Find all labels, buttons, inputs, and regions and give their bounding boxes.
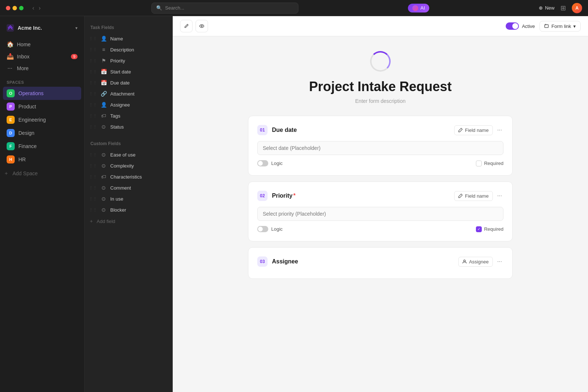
drag-icon: ⋮⋮ bbox=[89, 208, 97, 212]
space-item-operations[interactable]: O Operations bbox=[3, 87, 81, 100]
field-attachment[interactable]: ⋮⋮ 🔗 Attachment bbox=[85, 88, 172, 99]
add-field-icon: ＋ bbox=[89, 218, 94, 224]
required-check-priority[interactable]: ✓ Required bbox=[476, 226, 503, 232]
field-label-characteristics: Characteristics bbox=[110, 174, 142, 180]
field-blocker[interactable]: ⋮⋮ ⊙ Blocker bbox=[85, 204, 172, 215]
space-label-hr: HR bbox=[18, 157, 26, 162]
drag-icon: ⋮⋮ bbox=[89, 69, 97, 74]
field-assignee[interactable]: ⋮⋮ 👤 Assignee bbox=[85, 99, 172, 110]
logic-switch-priority[interactable] bbox=[257, 226, 268, 232]
field-status[interactable]: ⋮⋮ ⊙ Status bbox=[85, 121, 172, 132]
card-actions-due-date: Field name ··· bbox=[454, 125, 503, 135]
field-name-button-due-date[interactable]: Field name bbox=[454, 125, 492, 135]
required-check-due-date[interactable]: Required bbox=[476, 161, 503, 166]
field-due-date[interactable]: ⋮⋮ 📅 Due date bbox=[85, 77, 172, 88]
back-arrow[interactable]: ‹ bbox=[31, 4, 36, 12]
add-space-button[interactable]: ＋ Add Space bbox=[0, 168, 84, 179]
ease-of-use-field-icon: ⊙ bbox=[101, 152, 107, 158]
form-description[interactable]: Enter form description bbox=[355, 98, 406, 104]
space-item-engineering[interactable]: E Engineering bbox=[3, 113, 81, 126]
space-item-product[interactable]: P Product bbox=[3, 100, 81, 113]
field-label-status: Status bbox=[110, 124, 124, 130]
field-characteristics[interactable]: ⋮⋮ 🏷 Characteristics bbox=[85, 171, 172, 182]
field-label-attachment: Attachment bbox=[110, 91, 135, 97]
spaces-section: Spaces O Operations P Product E Engineer… bbox=[0, 74, 84, 168]
more-button-priority[interactable]: ··· bbox=[496, 191, 503, 201]
field-name[interactable]: ⋮⋮ 👤 Name bbox=[85, 33, 172, 44]
tags-field-icon: 🏷 bbox=[101, 113, 107, 119]
in-use-field-icon: ⊙ bbox=[101, 196, 107, 202]
search-bar[interactable]: 🔍 Search... bbox=[151, 3, 298, 14]
logic-toggle-priority[interactable]: Logic bbox=[257, 226, 283, 232]
more-button-assignee[interactable]: ··· bbox=[496, 257, 503, 266]
field-in-use[interactable]: ⋮⋮ ⊙ In use bbox=[85, 193, 172, 204]
new-button[interactable]: ⊕ New bbox=[539, 5, 555, 11]
field-description[interactable]: ⋮⋮ ≡ Description bbox=[85, 44, 172, 55]
maximize-light[interactable] bbox=[19, 6, 24, 10]
required-label-priority: Required bbox=[484, 226, 503, 232]
active-toggle[interactable]: Active bbox=[506, 22, 535, 30]
field-start-date[interactable]: ⋮⋮ 📅 Start date bbox=[85, 66, 172, 77]
field-label-name: Name bbox=[110, 36, 123, 42]
space-dot-product: P bbox=[7, 103, 15, 111]
avatar[interactable]: A bbox=[572, 3, 582, 13]
field-name-label-priority: Field name bbox=[465, 193, 488, 199]
sidebar-item-home[interactable]: 🏠 Home bbox=[3, 38, 81, 50]
required-checkbox-priority[interactable]: ✓ bbox=[476, 226, 482, 232]
field-label-complexity: Complexity bbox=[110, 163, 134, 169]
preview-button[interactable] bbox=[196, 20, 208, 32]
space-item-hr[interactable]: H HR bbox=[3, 153, 81, 166]
card-number-03: 03 bbox=[257, 256, 268, 267]
priority-input[interactable] bbox=[257, 207, 503, 221]
due-date-input[interactable] bbox=[257, 141, 503, 155]
svg-point-3 bbox=[464, 260, 466, 262]
more-label: More bbox=[17, 65, 29, 71]
inbox-icon: 📥 bbox=[7, 53, 13, 60]
field-complexity[interactable]: ⋮⋮ ⊙ Complexity bbox=[85, 160, 172, 171]
home-icon: 🏠 bbox=[7, 41, 13, 48]
main-layout: Acme Inc. ▼ 🏠 Home 📥 Inbox 9 ··· More Sp… bbox=[0, 16, 588, 392]
workspace-header[interactable]: Acme Inc. ▼ bbox=[0, 21, 84, 38]
minimize-light[interactable] bbox=[12, 6, 17, 10]
field-name-label-assignee: Assignee bbox=[469, 259, 488, 265]
drag-icon: ⋮⋮ bbox=[89, 58, 97, 63]
field-name-button-priority[interactable]: Field name bbox=[454, 191, 492, 201]
space-item-design[interactable]: D Design bbox=[3, 126, 81, 140]
form-card-assignee: 03 Assignee Assignee ··· bbox=[248, 247, 513, 279]
search-icon: 🔍 bbox=[156, 5, 162, 11]
ai-button[interactable]: AI bbox=[408, 4, 429, 12]
field-label-blocker: Blocker bbox=[110, 207, 126, 213]
forward-arrow[interactable]: › bbox=[37, 4, 42, 12]
field-ease-of-use[interactable]: ⋮⋮ ⊙ Ease of use bbox=[85, 149, 172, 160]
card-title-assignee: Assignee bbox=[272, 258, 298, 265]
required-checkbox[interactable] bbox=[476, 161, 482, 166]
grid-icon[interactable]: ⊞ bbox=[560, 4, 566, 12]
sidebar-item-inbox[interactable]: 📥 Inbox 9 bbox=[3, 50, 81, 62]
custom-fields-label: Custom Fields bbox=[85, 138, 172, 149]
inbox-label: Inbox bbox=[17, 54, 29, 60]
add-field-button[interactable]: ＋ Add field bbox=[85, 215, 172, 227]
close-light[interactable] bbox=[6, 6, 10, 10]
drag-icon: ⋮⋮ bbox=[89, 197, 97, 201]
logic-toggle-due-date[interactable]: Logic bbox=[257, 160, 283, 166]
home-label: Home bbox=[17, 42, 31, 47]
field-name-button-assignee[interactable]: Assignee bbox=[458, 257, 492, 267]
card-number-01: 01 bbox=[257, 125, 268, 135]
edit-field-icon bbox=[458, 194, 463, 198]
edit-button[interactable] bbox=[180, 20, 193, 32]
field-tags[interactable]: ⋮⋮ 🏷 Tags bbox=[85, 110, 172, 121]
field-priority[interactable]: ⋮⋮ ⚑ Priority bbox=[85, 55, 172, 66]
space-item-finance[interactable]: F Finance bbox=[3, 140, 81, 153]
form-link-button[interactable]: Form link ▾ bbox=[539, 21, 581, 32]
card-number-02: 02 bbox=[257, 191, 268, 201]
logic-switch[interactable] bbox=[257, 160, 268, 166]
content-area: Active Form link ▾ Project Intake Reques… bbox=[173, 16, 588, 392]
fields-panel: Task Fields ⋮⋮ 👤 Name ⋮⋮ ≡ Description ⋮… bbox=[85, 16, 173, 392]
space-label-operations: Operations bbox=[18, 90, 43, 96]
more-button-due-date[interactable]: ··· bbox=[496, 125, 503, 135]
nav-arrows: ‹ › bbox=[31, 4, 42, 12]
field-comment[interactable]: ⋮⋮ ⊙ Comment bbox=[85, 182, 172, 193]
start-date-field-icon: 📅 bbox=[101, 69, 107, 75]
active-toggle-switch[interactable] bbox=[506, 22, 519, 30]
sidebar-item-more[interactable]: ··· More bbox=[3, 62, 81, 74]
